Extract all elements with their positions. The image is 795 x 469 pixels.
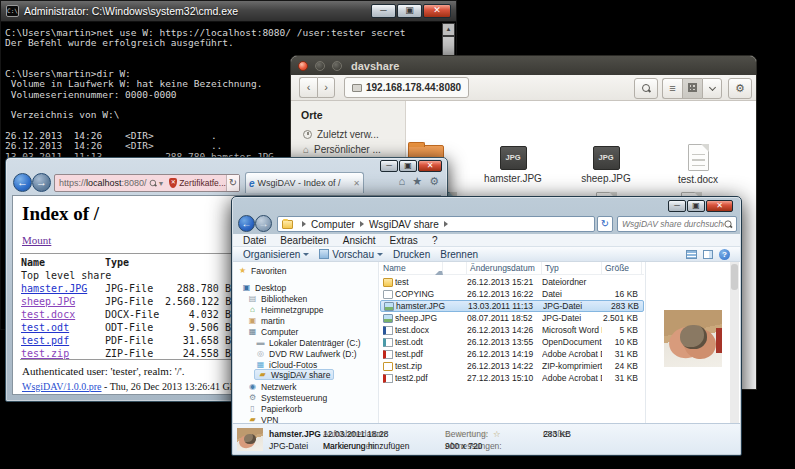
preview-button[interactable]: Vorschau bbox=[319, 249, 383, 260]
refresh-icon[interactable]: ↻ bbox=[226, 175, 239, 191]
breadcrumb-item-computer[interactable]: Computer bbox=[311, 219, 355, 230]
file-link[interactable]: hamster.JPG bbox=[21, 283, 87, 294]
file-tile[interactable]: JPG sheep.JPG bbox=[564, 146, 648, 184]
close-icon[interactable] bbox=[298, 61, 308, 71]
sidebar-item-wsgidav-share[interactable]: ▰WsgiDAV share bbox=[254, 369, 334, 380]
file-link[interactable]: sheep.JPG bbox=[21, 296, 75, 307]
table-row[interactable]: sheep.JPG08.07.2011 18:52 JPG-Datei2.501… bbox=[380, 312, 644, 324]
maximize-icon[interactable]: ▣ bbox=[687, 200, 705, 212]
menu-datei[interactable]: Datei bbox=[243, 235, 266, 246]
file-tile[interactable]: JPG hamster.JPG bbox=[471, 146, 555, 184]
organize-button[interactable]: Organisieren bbox=[243, 249, 309, 260]
sidebar-item-favoriten[interactable]: ★Favoriten bbox=[238, 265, 286, 276]
close-icon[interactable]: ✕ bbox=[423, 4, 451, 18]
preview-pane-icon[interactable] bbox=[703, 250, 713, 259]
preview-scrollbar[interactable] bbox=[730, 262, 739, 423]
forward-icon[interactable]: → bbox=[255, 215, 272, 232]
sidebar-item-systemsteuerung[interactable]: ⚙Systemsteuerung bbox=[248, 392, 327, 403]
table-row-selected[interactable]: hamster.JPG13.03.2011 11:13 JPG-Datei283… bbox=[380, 300, 644, 312]
minimize-icon[interactable] bbox=[315, 61, 325, 71]
preview-icon bbox=[319, 249, 329, 259]
folder-icon: ▰ bbox=[248, 415, 257, 423]
file-link[interactable]: test.pdf bbox=[21, 335, 69, 346]
menu-ansicht[interactable]: Ansicht bbox=[343, 235, 376, 246]
search-input[interactable] bbox=[618, 219, 724, 229]
table-row[interactable]: test.odt26.12.2013 13:55 OpenDocument T.… bbox=[380, 336, 644, 348]
menu-extras[interactable]: Extras bbox=[390, 235, 418, 246]
file-link[interactable]: test.odt bbox=[21, 322, 69, 333]
browser-tab[interactable]: e WsgiDAV - Index of / ✕ bbox=[245, 172, 364, 193]
sidebar-item-computer[interactable]: ▦Computer bbox=[248, 326, 298, 337]
back-icon[interactable]: ← bbox=[238, 215, 255, 232]
table-row[interactable]: test26.12.2013 15:21 Dateiordner bbox=[380, 276, 644, 288]
close-tab-icon[interactable]: ✕ bbox=[353, 179, 360, 188]
back-icon[interactable]: ‹ bbox=[299, 77, 317, 98]
sidebar-item-papierkorb[interactable]: ▯Papierkorb bbox=[248, 403, 302, 414]
column-size[interactable]: Größe bbox=[602, 262, 642, 275]
close-icon[interactable]: ✕ bbox=[418, 160, 442, 172]
grid-view-button[interactable] bbox=[682, 78, 702, 99]
address-field[interactable]: 192.168.178.44:8080 bbox=[344, 77, 469, 98]
forward-icon[interactable]: › bbox=[317, 77, 335, 98]
table-row[interactable]: test.docx26.12.2013 14:26 Microsoft Word… bbox=[380, 324, 644, 336]
breadcrumb-item-share[interactable]: WsgiDAV share bbox=[369, 219, 439, 230]
file-link[interactable]: test.zip bbox=[21, 348, 69, 359]
file-tile[interactable]: test.docx bbox=[656, 144, 740, 185]
sidebar-item-heimnetzgruppe[interactable]: ⌂Heimnetzgruppe bbox=[248, 304, 323, 315]
burn-button[interactable]: Brennen bbox=[440, 249, 478, 260]
sidebar-item-vpn[interactable]: ▰VPN bbox=[248, 414, 278, 423]
sidebar-item-netzwerk[interactable]: ◉Netzwerk bbox=[248, 381, 296, 392]
print-button[interactable]: Drucken bbox=[393, 249, 430, 260]
certificate-error-text[interactable]: Zertifikatfe... bbox=[179, 178, 226, 188]
file-icon bbox=[383, 290, 393, 299]
table-row[interactable]: test.pdf26.12.2013 14:19 Adobe Acrobat D… bbox=[380, 348, 644, 360]
sidebar-item-martin[interactable]: ▣martin bbox=[248, 315, 285, 326]
forward-icon[interactable]: → bbox=[32, 173, 51, 192]
gear-icon[interactable]: ⚙ bbox=[429, 175, 439, 188]
table-row[interactable]: test2.pdf27.12.2013 15:10 Adobe Acrobat … bbox=[380, 372, 644, 384]
sidebar-item-bibliotheken[interactable]: ▤Bibliotheken bbox=[248, 293, 307, 304]
maximize-icon[interactable]: ▣ bbox=[399, 160, 417, 172]
address-bar[interactable]: https://localhost:8080/ ▼ ✕ Zertifikatfe… bbox=[54, 174, 240, 192]
minimize-icon[interactable]: ─ bbox=[371, 4, 396, 18]
wsgidav-version-link[interactable]: WsgiDAV/1.0.0.pre bbox=[22, 381, 102, 392]
maximize-icon[interactable]: ▣ bbox=[397, 4, 422, 18]
file-link[interactable]: test.docx bbox=[21, 309, 75, 320]
folder-icon: ▰ bbox=[258, 370, 267, 379]
column-date[interactable]: Änderungsdatum bbox=[467, 262, 542, 275]
column-name[interactable]: Name bbox=[380, 262, 467, 275]
close-icon[interactable]: ✕ bbox=[706, 200, 733, 212]
sidebar-item-local-disk[interactable]: ▬Lokaler Datenträger (C:) bbox=[256, 337, 361, 348]
breadcrumb[interactable]: Computer WsgiDAV share bbox=[277, 216, 595, 232]
back-icon[interactable]: ← bbox=[13, 173, 32, 192]
table-row[interactable]: COPYING26.12.2013 16:22 Datei16 KB bbox=[380, 288, 644, 300]
minimize-icon[interactable]: ─ bbox=[380, 160, 398, 172]
sidebar-item-desktop[interactable]: ▣Desktop bbox=[242, 282, 286, 293]
maximize-icon[interactable] bbox=[332, 61, 342, 71]
menu-bearbeiten[interactable]: Bearbeiten bbox=[280, 235, 328, 246]
chevron-down-icon[interactable]: ▼ bbox=[157, 180, 164, 187]
cmd-title-bar[interactable]: Administrator: C:\Windows\system32\cmd.e… bbox=[1, 1, 456, 22]
search-box[interactable] bbox=[617, 216, 737, 232]
sidebar-item-recent[interactable]: Zuletzt verw... bbox=[291, 127, 405, 142]
scrollbar-thumb[interactable] bbox=[731, 264, 738, 290]
settings-button[interactable]: ⚙ bbox=[728, 78, 752, 99]
sidebar-item-dvd-drive[interactable]: ◎DVD RW Laufwerk (D:) bbox=[256, 348, 357, 359]
search-button[interactable] bbox=[634, 78, 658, 99]
minimize-icon[interactable]: ─ bbox=[668, 200, 686, 212]
menu-help[interactable]: ? bbox=[432, 235, 438, 246]
view-options-button[interactable] bbox=[702, 78, 722, 99]
table-row[interactable]: test.zip26.12.2013 14:22 ZIP-komprimiert… bbox=[380, 360, 644, 372]
nautilus-title-bar[interactable]: davshare bbox=[291, 56, 756, 75]
column-type[interactable]: Typ bbox=[542, 262, 602, 275]
home-icon[interactable]: ⌂ bbox=[399, 175, 406, 188]
favorites-star-icon[interactable]: ★ bbox=[412, 175, 422, 188]
scrollbar-thumb[interactable] bbox=[443, 37, 454, 57]
change-view-icon[interactable] bbox=[686, 250, 697, 259]
share-title-row: Top level share bbox=[21, 270, 111, 282]
mount-link[interactable]: Mount bbox=[22, 234, 51, 246]
list-view-button[interactable]: ≡ bbox=[662, 78, 682, 99]
scroll-up-icon[interactable]: ▲ bbox=[443, 24, 454, 35]
help-icon[interactable]: ? bbox=[719, 249, 730, 260]
refresh-icon[interactable]: ↻ bbox=[597, 216, 613, 232]
